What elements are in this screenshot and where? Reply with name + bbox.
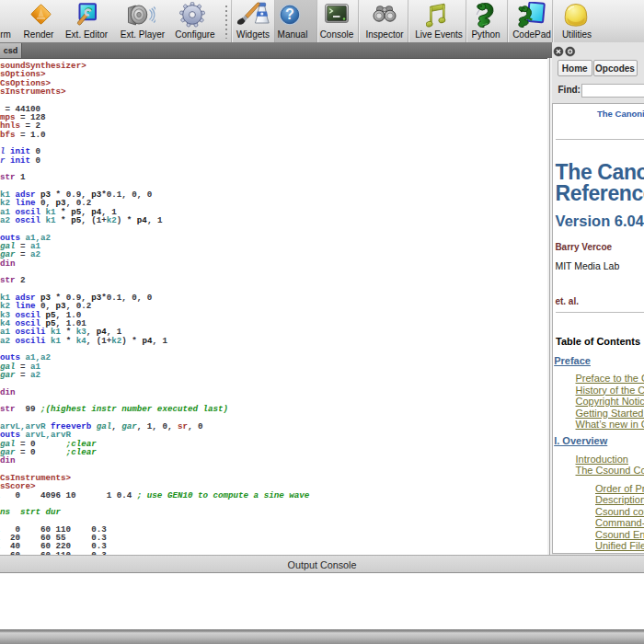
svg-text:?: ? <box>285 6 294 22</box>
